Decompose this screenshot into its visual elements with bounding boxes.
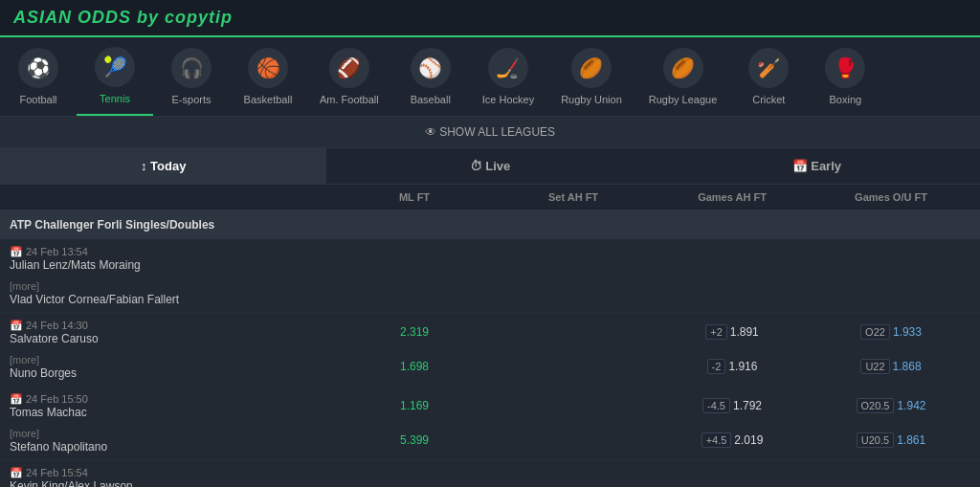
tab-bar: ↕ Today⏱ Live📅 Early [0, 148, 980, 185]
match-date: 24 Feb 15:54 [26, 467, 88, 478]
ah-odd1: 1.792 [733, 399, 762, 412]
leagues-container: ATP Challenger Forli Singles/Doubles📅24 … [0, 210, 980, 487]
baseball-icon: ⚾ [411, 48, 451, 88]
sport-label-am-football: Am. Football [320, 94, 379, 105]
tab-today[interactable]: ↕ Today [0, 148, 326, 184]
sport-item-am-football[interactable]: 🏈 Am. Football [306, 38, 392, 115]
sport-item-football[interactable]: ⚽ Football [0, 38, 77, 115]
games-ah-odd1: +21.891 [653, 324, 812, 340]
football-icon: ⚽ [18, 48, 58, 88]
ou-label2: U22 [860, 359, 889, 374]
games-ah-odd2: -21.916 [653, 359, 812, 374]
sport-item-boxing[interactable]: 🥊 Boxing [807, 38, 883, 115]
games-ou-odd1: O20.51.942 [812, 398, 970, 413]
team1-name: Tomas Machac [10, 406, 87, 419]
esports-icon: 🎧 [171, 48, 212, 88]
match-row: 📅24 Feb 15:50Tomas Machac1.169-4.51.792O… [0, 387, 980, 423]
title-brand: copytip [165, 8, 233, 27]
sports-nav: ⚽ Football 🎾 Tennis 🎧 E-sports 🏀 Basketb… [0, 37, 980, 117]
tab-early[interactable]: 📅 Early [654, 148, 980, 184]
sport-label-rugby-union: Rugby Union [561, 94, 622, 105]
sport-label-baseball: Baseball [411, 94, 451, 105]
ml-ft-odd2: 1.698 [335, 360, 494, 373]
match-row-2: [more]Vlad Victor Cornea/Fabian Fallert [0, 276, 980, 312]
calendar-icon: 📅 [10, 393, 23, 405]
sport-item-ice-hockey[interactable]: 🏒 Ice Hockey [469, 38, 547, 115]
ou-odd1: 1.933 [893, 325, 922, 339]
match-block: 📅24 Feb 14:30Salvatore Caruso2.319+21.89… [0, 313, 980, 387]
ice-hockey-icon: 🏒 [488, 48, 528, 88]
rugby-union-icon: 🏉 [571, 48, 612, 88]
team1-name: Kevin King/Alex Lawson [10, 479, 133, 487]
team2-name: Vlad Victor Cornea/Fabian Fallert [10, 293, 179, 306]
team2-name: Nuno Borges [10, 366, 77, 380]
match-block: 📅24 Feb 15:54Kevin King/Alex Lawson[more… [0, 460, 980, 487]
sport-item-tennis[interactable]: 🎾 Tennis [77, 37, 153, 116]
tennis-icon: 🎾 [95, 47, 135, 87]
sport-label-tennis: Tennis [100, 93, 130, 104]
col-ml-ft: ML FT [335, 191, 494, 203]
sport-item-rugby-league[interactable]: 🏉 Rugby League [635, 38, 731, 115]
tab-live[interactable]: ⏱ Live [326, 148, 653, 184]
rugby-league-icon: 🏉 [663, 48, 703, 88]
games-ou-odd2: U221.868 [812, 359, 970, 374]
games-ou-odd1: O221.933 [812, 324, 970, 340]
sport-item-esports[interactable]: 🎧 E-sports [153, 38, 230, 115]
team1-name: Julian Lenz/Mats Moraing [10, 258, 141, 272]
col-empty [10, 191, 335, 203]
sport-item-rugby-union[interactable]: 🏉 Rugby Union [547, 38, 635, 115]
sport-label-cricket: Cricket [752, 94, 785, 105]
match-row: 📅24 Feb 14:30Salvatore Caruso2.319+21.89… [0, 313, 980, 349]
handicap1: +2 [705, 324, 727, 340]
sport-label-basketball: Basketball [244, 94, 293, 105]
handicap1: -4.5 [702, 398, 730, 413]
boxing-icon: 🥊 [825, 48, 865, 88]
ou-odd2: 1.868 [893, 360, 922, 373]
games-ou-odd2: U20.51.861 [812, 432, 970, 448]
ml-ft-odd1: 1.169 [335, 399, 494, 412]
ah-odd1: 1.891 [730, 325, 759, 339]
ml-ft-odd1: 2.319 [335, 325, 494, 339]
site-title: ASIAN ODDS by copytip [13, 8, 233, 28]
sport-label-football: Football [19, 94, 56, 105]
match-row-2: [more]Nuno Borges1.698-21.916U221.868 [0, 349, 980, 386]
ah-odd2: 2.019 [734, 433, 763, 447]
col-games-ah: Games AH FT [653, 191, 812, 203]
calendar-icon: 📅 [10, 246, 23, 257]
handicap2: -2 [707, 359, 726, 374]
league-header: ATP Challenger Forli Singles/Doubles [0, 210, 980, 239]
match-date: 24 Feb 14:30 [26, 320, 88, 331]
sport-label-ice-hockey: Ice Hockey [482, 94, 534, 105]
more-link[interactable]: [more] [10, 280, 39, 292]
more-link[interactable]: [more] [10, 354, 39, 365]
sport-item-basketball[interactable]: 🏀 Basketball [230, 38, 306, 115]
table-header: ML FT Set AH FT Games AH FT Games O/U FT [0, 185, 980, 210]
title-prefix: ASIAN ODDS by [13, 8, 165, 27]
games-ah-odd2: +4.52.019 [653, 432, 812, 448]
team2-name: Stefano Napolitano [10, 440, 107, 454]
sport-label-boxing: Boxing [830, 94, 862, 105]
more-link[interactable]: [more] [10, 428, 39, 439]
sport-label-rugby-league: Rugby League [649, 94, 718, 105]
basketball-icon: 🏀 [248, 48, 288, 88]
header: ASIAN ODDS by copytip [0, 0, 980, 37]
match-row: 📅24 Feb 13:54Julian Lenz/Mats Moraing [0, 239, 980, 276]
handicap2: +4.5 [702, 432, 732, 448]
games-ah-odd1: -4.51.792 [653, 398, 812, 413]
cricket-icon: 🏏 [748, 48, 789, 88]
match-row-2: [more]Stefano Napolitano5.399+4.52.019U2… [0, 423, 980, 459]
sport-item-baseball[interactable]: ⚾ Baseball [392, 38, 469, 115]
ou-label1: O22 [860, 324, 890, 340]
match-row: 📅24 Feb 15:54Kevin King/Alex Lawson [0, 460, 980, 487]
ou-label2: U20.5 [857, 432, 894, 448]
am-football-icon: 🏈 [329, 48, 369, 88]
ou-odd1: 1.942 [897, 399, 925, 412]
sport-label-esports: E-sports [172, 94, 212, 105]
match-date: 24 Feb 13:54 [26, 246, 88, 257]
show-all-leagues-button[interactable]: 👁 SHOW ALL LEAGUES [0, 117, 980, 148]
sport-item-cricket[interactable]: 🏏 Cricket [730, 38, 807, 115]
match-block: 📅24 Feb 15:50Tomas Machac1.169-4.51.792O… [0, 387, 980, 460]
ah-odd2: 1.916 [728, 360, 757, 373]
ml-ft-odd2: 5.399 [335, 433, 494, 447]
ou-odd2: 1.861 [897, 433, 925, 447]
